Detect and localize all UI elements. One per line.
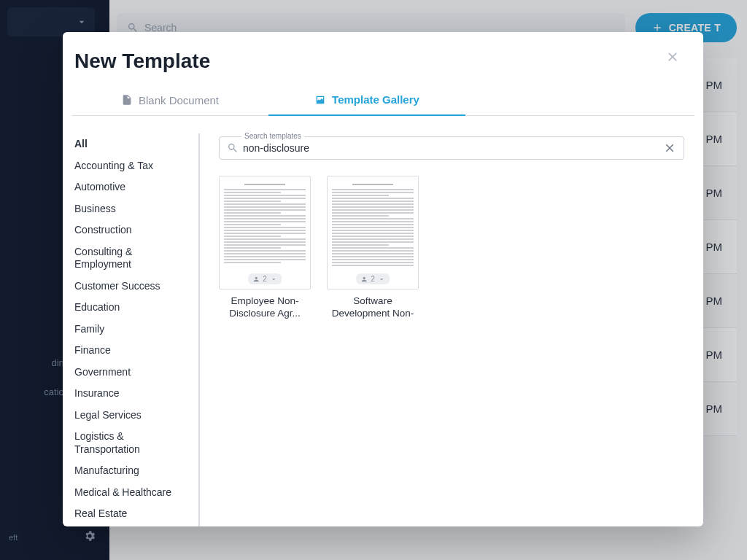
template-search-input[interactable] <box>243 142 663 154</box>
category-item[interactable]: Construction <box>67 219 194 241</box>
new-template-modal: New Template Blank Document Template Gal… <box>63 32 703 526</box>
tab-blank-document[interactable]: Blank Document <box>71 86 268 115</box>
user-icon <box>360 276 368 283</box>
category-item[interactable]: Customer Success <box>67 276 194 298</box>
template-results: 2 Employee Non-Disclosure Agr... 2 <box>219 176 692 320</box>
clear-search-button[interactable] <box>663 141 676 155</box>
chevron-down-icon <box>378 276 385 283</box>
template-users-badge: 2 <box>356 273 390 284</box>
category-list[interactable]: All Accounting & Tax Automotive Business… <box>67 133 200 526</box>
category-item[interactable]: Legal Services <box>67 405 194 427</box>
close-icon <box>665 50 680 64</box>
category-item[interactable]: Logistics & Transportation <box>67 426 194 460</box>
category-item[interactable]: Education <box>67 297 194 319</box>
tab-label: Blank Document <box>139 94 219 106</box>
close-button[interactable] <box>665 50 680 64</box>
document-icon <box>121 94 133 106</box>
category-item[interactable]: Manufacturing <box>67 460 194 482</box>
search-icon <box>227 142 239 154</box>
category-item[interactable]: Automotive <box>67 176 194 198</box>
template-card[interactable]: 2 Employee Non-Disclosure Agr... <box>219 176 311 320</box>
gallery-icon <box>314 94 326 106</box>
category-item[interactable]: Family <box>67 319 194 341</box>
category-item[interactable]: All <box>67 133 194 155</box>
template-thumbnail[interactable]: 2 <box>327 176 419 289</box>
modal-tabs: Blank Document Template Gallery <box>71 86 694 116</box>
template-title: Employee Non-Disclosure Agr... <box>219 295 311 320</box>
template-search[interactable]: Search templates <box>219 136 684 160</box>
user-icon <box>252 276 260 283</box>
close-icon <box>663 141 676 155</box>
category-item[interactable]: Consulting & Employment <box>67 241 194 276</box>
template-title: Software Development Non-Di... <box>327 295 419 320</box>
chevron-down-icon <box>270 276 277 283</box>
modal-title: New Template <box>74 50 210 73</box>
tab-template-gallery[interactable]: Template Gallery <box>268 86 465 116</box>
category-item[interactable]: Real Estate <box>67 503 194 525</box>
category-item[interactable]: Medical & Healthcare <box>67 482 194 504</box>
category-item[interactable]: Accounting & Tax <box>67 155 194 177</box>
template-users-badge: 2 <box>248 273 282 284</box>
template-card[interactable]: 2 Software Development Non-Di... <box>327 176 419 320</box>
category-item[interactable]: Government <box>67 362 194 384</box>
template-gallery: Search templates 2 <box>200 133 692 526</box>
category-item[interactable]: Retail <box>67 525 194 527</box>
template-thumbnail[interactable]: 2 <box>219 176 311 289</box>
category-item[interactable]: Business <box>67 198 194 220</box>
tab-label: Template Gallery <box>332 93 419 106</box>
category-item[interactable]: Insurance <box>67 383 194 405</box>
search-label: Search templates <box>241 132 304 140</box>
category-item[interactable]: Finance <box>67 340 194 362</box>
